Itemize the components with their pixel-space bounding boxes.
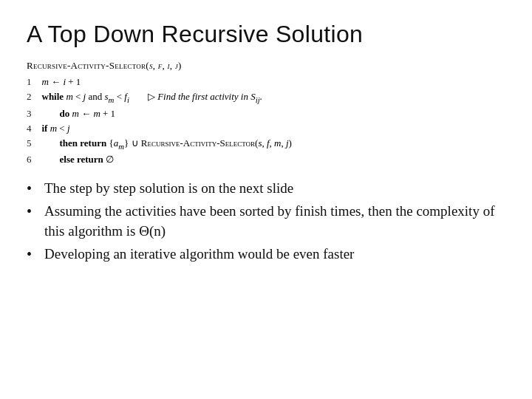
line-content-5: then return {am} ∪ Recursive-Activity-Se…: [42, 136, 292, 152]
algo-line-5: 5 then return {am} ∪ Recursive-Activity-…: [27, 136, 292, 152]
algo-line-1: 1 m ← i + 1: [27, 75, 292, 89]
line-num-4: 4: [27, 121, 42, 136]
algo-header: Recursive-Activity-Selector(s, f, i, j): [27, 58, 505, 73]
bullet-section: • The step by step solution is on the ne…: [27, 179, 505, 264]
slide: A Top Down Recursive Solution Recursive-…: [0, 0, 532, 399]
algo-line-2: 2 while m < j and sm < fi ▷ Find the fir…: [27, 89, 292, 106]
line-content-6: else return ∅: [42, 152, 292, 167]
bullet-text-1: The step by step solution is on the next…: [44, 179, 505, 199]
bullet-item-2: • Assuming the activities have been sort…: [27, 202, 505, 241]
algorithm-box: Recursive-Activity-Selector(s, f, i, j) …: [27, 58, 505, 167]
slide-title: A Top Down Recursive Solution: [27, 21, 505, 48]
bullet-item-1: • The step by step solution is on the ne…: [27, 179, 505, 199]
bullet-dot-3: •: [27, 245, 43, 265]
algo-name: Recursive-Activity-Selector: [27, 60, 146, 71]
line-num-6: 6: [27, 152, 42, 167]
line-num-5: 5: [27, 136, 42, 152]
bullet-text-2: Assuming the activities have been sorted…: [44, 202, 505, 241]
bullet-item-3: • Developing an iterative algorithm woul…: [27, 245, 505, 265]
line-content-2: while m < j and sm < fi ▷ Find the first…: [42, 89, 292, 106]
line-content-4: if m < j: [42, 121, 292, 136]
line-content-3: do m ← m + 1: [42, 106, 292, 121]
bullet-dot-1: •: [27, 179, 43, 199]
algo-lines: 1 m ← i + 1 2 while m < j and sm < fi ▷ …: [27, 75, 292, 167]
bullet-text-3: Developing an iterative algorithm would …: [44, 245, 505, 265]
line-num-1: 1: [27, 75, 42, 89]
line-content-1: m ← i + 1: [42, 75, 292, 89]
bullet-dot-2: •: [27, 202, 43, 222]
line-num-2: 2: [27, 89, 42, 106]
algo-params: s, f, i, j: [149, 60, 178, 71]
algo-line-6: 6 else return ∅: [27, 152, 292, 167]
line-num-3: 3: [27, 106, 42, 121]
algo-line-4: 4 if m < j: [27, 121, 292, 136]
algo-line-3: 3 do m ← m + 1: [27, 106, 292, 121]
